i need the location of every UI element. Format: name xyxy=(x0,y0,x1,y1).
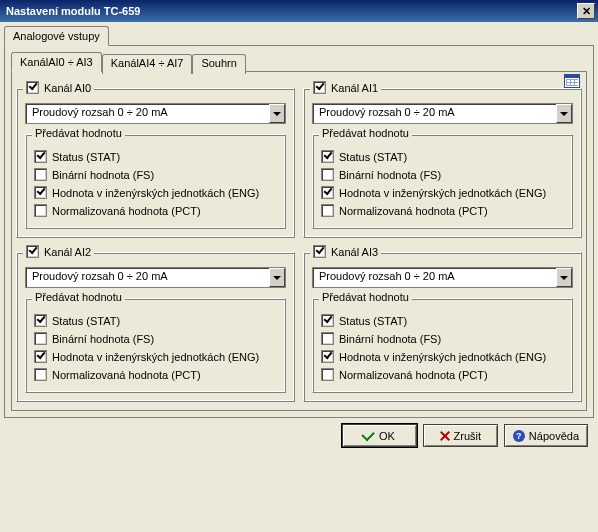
tab-analog-inputs[interactable]: Analogové vstupy xyxy=(4,26,109,46)
dialog-buttons: OK Zrušit ? Nápověda xyxy=(4,418,594,449)
opt-fs-label: Binární hodnota (FS) xyxy=(52,169,154,181)
opt-fs-label: Binární hodnota (FS) xyxy=(339,333,441,345)
opt-stat-row: Status (STAT) xyxy=(34,314,277,327)
channel-ai1-enable-checkbox[interactable] xyxy=(313,81,326,94)
tab-label: KanálAI4 ÷ AI7 xyxy=(111,57,184,69)
opt-pct-checkbox[interactable] xyxy=(34,204,47,217)
dropdown-value: Proudový rozsah 0 ÷ 20 mA xyxy=(26,104,269,123)
inner-tab-panel: Kanál AI0 Proudový rozsah 0 ÷ 20 mA Před… xyxy=(11,71,587,411)
channel-ai3-legend: Kanál AI3 xyxy=(310,245,381,258)
ok-label: OK xyxy=(379,430,395,442)
channel-ai0-legend: Kanál AI0 xyxy=(23,81,94,94)
opt-fs-checkbox[interactable] xyxy=(321,168,334,181)
channel-ai1-legend: Kanál AI1 xyxy=(310,81,381,94)
opt-eng-checkbox[interactable] xyxy=(321,186,334,199)
tab-summary[interactable]: Souhrn xyxy=(192,54,245,74)
opt-eng-row: Hodnota v inženýrských jednotkách (ENG) xyxy=(34,186,277,199)
channel-ai2-enable-checkbox[interactable] xyxy=(26,245,39,258)
opt-eng-label: Hodnota v inženýrských jednotkách (ENG) xyxy=(52,351,259,363)
tab-channels-0-3[interactable]: KanálAI0 ÷ AI3 xyxy=(11,52,102,72)
tab-label: KanálAI0 ÷ AI3 xyxy=(20,56,93,68)
ok-button[interactable]: OK xyxy=(342,424,417,447)
opt-pct-label: Normalizovaná hodnota (PCT) xyxy=(339,205,488,217)
dropdown-value: Proudový rozsah 0 ÷ 20 mA xyxy=(313,104,556,123)
opt-eng-checkbox[interactable] xyxy=(321,350,334,363)
channel-ai3-title: Kanál AI3 xyxy=(331,246,378,258)
opt-fs-checkbox[interactable] xyxy=(34,168,47,181)
channel-ai0-enable-checkbox[interactable] xyxy=(26,81,39,94)
opt-eng-row: Hodnota v inženýrských jednotkách (ENG) xyxy=(321,350,564,363)
opt-stat-checkbox[interactable] xyxy=(321,150,334,163)
opt-stat-checkbox[interactable] xyxy=(34,150,47,163)
channel-ai3-enable-checkbox[interactable] xyxy=(313,245,326,258)
opt-stat-row: Status (STAT) xyxy=(321,314,564,327)
window-body: Analogové vstupy KanálAI0 ÷ AI3 KanálAI4… xyxy=(0,22,598,453)
channel-ai2-legend: Kanál AI2 xyxy=(23,245,94,258)
opt-stat-label: Status (STAT) xyxy=(52,151,120,163)
channel-ai3-range-select[interactable]: Proudový rozsah 0 ÷ 20 mA xyxy=(312,267,573,288)
opt-pct-label: Normalizovaná hodnota (PCT) xyxy=(52,369,201,381)
chevron-down-icon xyxy=(556,104,572,123)
opt-pct-row: Normalizovaná hodnota (PCT) xyxy=(34,368,277,381)
close-button[interactable]: ✕ xyxy=(577,3,595,19)
help-label: Nápověda xyxy=(529,430,579,442)
opt-pct-row: Normalizovaná hodnota (PCT) xyxy=(321,204,564,217)
tab-channels-4-7[interactable]: KanálAI4 ÷ AI7 xyxy=(102,54,193,74)
channel-ai1-range-select[interactable]: Proudový rozsah 0 ÷ 20 mA xyxy=(312,103,573,124)
x-icon xyxy=(440,431,450,441)
opt-fs-row: Binární hodnota (FS) xyxy=(321,168,564,181)
inner-tab-strip: KanálAI0 ÷ AI3 KanálAI4 ÷ AI7 Souhrn xyxy=(11,52,587,72)
channel-ai3-pass-values: Předávat hodnotu Status (STAT) Binární h… xyxy=(312,298,573,393)
opt-stat-row: Status (STAT) xyxy=(34,150,277,163)
cancel-button[interactable]: Zrušit xyxy=(423,424,498,447)
group-legend: Předávat hodnotu xyxy=(32,127,125,139)
opt-fs-label: Binární hodnota (FS) xyxy=(339,169,441,181)
opt-eng-checkbox[interactable] xyxy=(34,350,47,363)
opt-eng-row: Hodnota v inženýrských jednotkách (ENG) xyxy=(34,350,277,363)
channel-ai0-group: Kanál AI0 Proudový rozsah 0 ÷ 20 mA Před… xyxy=(16,88,295,238)
outer-tab-strip: Analogové vstupy xyxy=(4,26,594,46)
help-icon: ? xyxy=(513,430,525,442)
window-title: Nastavení modulu TC-659 xyxy=(6,5,577,17)
opt-pct-checkbox[interactable] xyxy=(321,368,334,381)
channel-ai0-range-select[interactable]: Proudový rozsah 0 ÷ 20 mA xyxy=(25,103,286,124)
opt-pct-label: Normalizovaná hodnota (PCT) xyxy=(339,369,488,381)
opt-stat-label: Status (STAT) xyxy=(339,151,407,163)
calendar-icon[interactable] xyxy=(564,74,580,88)
channel-ai2-group: Kanál AI2 Proudový rozsah 0 ÷ 20 mA Před… xyxy=(16,252,295,402)
opt-pct-label: Normalizovaná hodnota (PCT) xyxy=(52,205,201,217)
opt-eng-checkbox[interactable] xyxy=(34,186,47,199)
opt-stat-checkbox[interactable] xyxy=(321,314,334,327)
opt-pct-row: Normalizovaná hodnota (PCT) xyxy=(34,204,277,217)
opt-fs-checkbox[interactable] xyxy=(34,332,47,345)
opt-fs-checkbox[interactable] xyxy=(321,332,334,345)
channel-ai0-title: Kanál AI0 xyxy=(44,82,91,94)
outer-tab-panel: KanálAI0 ÷ AI3 KanálAI4 ÷ AI7 Souhrn Kan… xyxy=(4,45,594,418)
channel-ai3-group: Kanál AI3 Proudový rozsah 0 ÷ 20 mA Před… xyxy=(303,252,582,402)
opt-fs-row: Binární hodnota (FS) xyxy=(34,332,277,345)
opt-eng-label: Hodnota v inženýrských jednotkách (ENG) xyxy=(339,351,546,363)
opt-pct-checkbox[interactable] xyxy=(321,204,334,217)
opt-eng-row: Hodnota v inženýrských jednotkách (ENG) xyxy=(321,186,564,199)
opt-eng-label: Hodnota v inženýrských jednotkách (ENG) xyxy=(52,187,259,199)
channel-ai1-title: Kanál AI1 xyxy=(331,82,378,94)
channel-ai2-range-select[interactable]: Proudový rozsah 0 ÷ 20 mA xyxy=(25,267,286,288)
opt-stat-checkbox[interactable] xyxy=(34,314,47,327)
opt-eng-label: Hodnota v inženýrských jednotkách (ENG) xyxy=(339,187,546,199)
opt-stat-label: Status (STAT) xyxy=(339,315,407,327)
opt-stat-label: Status (STAT) xyxy=(52,315,120,327)
opt-stat-row: Status (STAT) xyxy=(321,150,564,163)
channel-ai1-pass-values: Předávat hodnotu Status (STAT) Binární h… xyxy=(312,134,573,229)
check-icon xyxy=(361,427,374,440)
channels-grid: Kanál AI0 Proudový rozsah 0 ÷ 20 mA Před… xyxy=(16,82,582,402)
group-legend: Předávat hodnotu xyxy=(32,291,125,303)
group-legend: Předávat hodnotu xyxy=(319,127,412,139)
cancel-label: Zrušit xyxy=(454,430,482,442)
dropdown-value: Proudový rozsah 0 ÷ 20 mA xyxy=(313,268,556,287)
tab-label: Souhrn xyxy=(201,57,236,69)
opt-fs-row: Binární hodnota (FS) xyxy=(321,332,564,345)
tab-label: Analogové vstupy xyxy=(13,30,100,42)
opt-fs-label: Binární hodnota (FS) xyxy=(52,333,154,345)
help-button[interactable]: ? Nápověda xyxy=(504,424,588,447)
opt-pct-checkbox[interactable] xyxy=(34,368,47,381)
